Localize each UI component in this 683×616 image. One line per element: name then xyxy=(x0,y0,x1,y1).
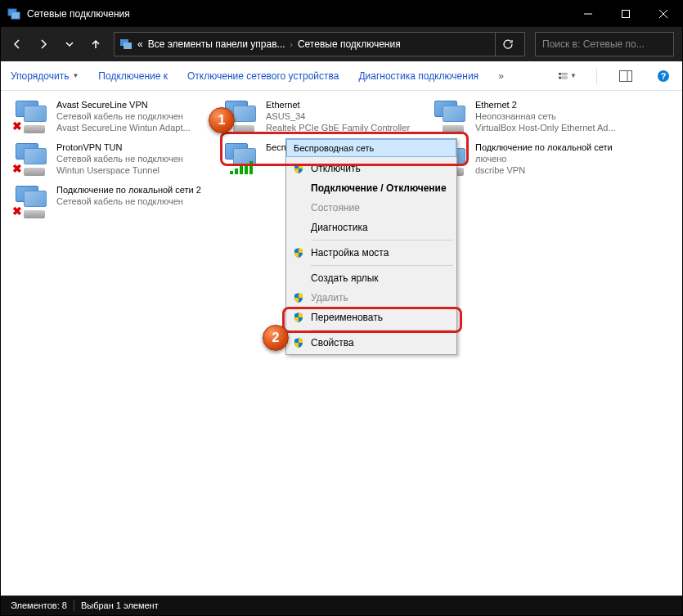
svg-rect-7 xyxy=(124,43,132,49)
network-adapter-icon xyxy=(431,99,470,135)
context-menu-item-label: Создать ярлык xyxy=(311,272,379,284)
svg-rect-8 xyxy=(559,72,561,74)
toolbar-overflow[interactable]: » xyxy=(498,70,504,82)
command-bar: Упорядочить▼ Подключение к Отключение се… xyxy=(1,61,682,91)
title-bar: Сетевые подключения xyxy=(1,1,682,27)
connection-status: ASUS_34 xyxy=(266,110,410,122)
network-adapter-icon: ✖ xyxy=(12,184,52,220)
status-bar: Элементов: 8 Выбран 1 элемент xyxy=(1,596,682,615)
connection-device: Wintun Userspace Tunnel xyxy=(56,164,183,176)
preview-pane-button[interactable] xyxy=(617,67,635,85)
svg-rect-1 xyxy=(11,12,20,19)
connection-item[interactable]: ✖Подключение по локальной сети 2Сетевой … xyxy=(11,182,220,225)
context-menu-item[interactable]: Создать ярлык xyxy=(288,268,455,288)
app-icon xyxy=(7,7,20,20)
context-menu-item-label: Отключить xyxy=(311,163,361,174)
connection-device: VirtualBox Host-Only Ethernet Ad... xyxy=(475,122,616,133)
context-menu-header: Беспроводная сеть xyxy=(286,139,456,157)
network-adapter-icon: ✖ xyxy=(12,142,52,178)
back-button[interactable] xyxy=(9,38,25,50)
close-button[interactable] xyxy=(645,1,682,27)
connection-item[interactable]: Подключение по локальной сетилюченоdscri… xyxy=(429,140,639,182)
svg-rect-9 xyxy=(562,72,568,73)
context-menu-item: Удалить xyxy=(288,288,455,308)
context-menu-item-label: Подключение / Отключение xyxy=(311,182,447,194)
context-menu-item-label: Удалить xyxy=(311,292,348,304)
window-title: Сетевые подключения xyxy=(27,8,569,20)
organize-label: Упорядочить xyxy=(11,70,69,82)
breadcrumb-seg-1[interactable]: Все элементы панели управ... xyxy=(148,38,285,50)
connection-name: ProtonVPN TUN xyxy=(56,142,183,153)
connection-device: Avast SecureLine Wintun Adapt... xyxy=(56,122,191,133)
context-menu-separator xyxy=(311,265,453,266)
context-menu-separator xyxy=(311,240,453,241)
connection-name: Подключение по локальной сети 2 xyxy=(56,184,201,196)
forward-button[interactable] xyxy=(35,38,52,50)
network-adapter-icon xyxy=(222,142,261,178)
svg-rect-13 xyxy=(562,78,568,79)
connection-name: Avast SecureLine VPN xyxy=(56,99,191,110)
up-button[interactable] xyxy=(88,38,104,50)
connection-item[interactable]: ✖Avast SecureLine VPNСетевой кабель не п… xyxy=(11,97,220,140)
disable-device-button[interactable]: Отключение сетевого устройства xyxy=(187,70,339,82)
context-menu-item[interactable]: Подключение / Отключение xyxy=(288,178,455,198)
location-icon xyxy=(119,38,133,51)
connect-label: Подключение к xyxy=(98,70,168,82)
context-menu-item[interactable]: Переименовать xyxy=(288,308,455,327)
refresh-button[interactable] xyxy=(495,32,519,56)
diagnose-button[interactable]: Диагностика подключения xyxy=(358,70,479,82)
organize-menu[interactable]: Упорядочить▼ xyxy=(11,70,79,82)
context-menu-item-label: Переименовать xyxy=(311,312,383,323)
navigation-bar: « Все элементы панели управ... › Сетевые… xyxy=(1,27,682,61)
connection-item[interactable]: Ethernet 2Неопознанная сетьVirtualBox Ho… xyxy=(429,97,639,140)
context-menu-item[interactable]: Настройка моста xyxy=(288,243,455,263)
connection-item[interactable]: ✖ProtonVPN TUNСетевой кабель не подключе… xyxy=(11,140,220,182)
context-menu-separator xyxy=(311,330,453,330)
svg-rect-12 xyxy=(562,76,568,77)
diagnose-label: Диагностика подключения xyxy=(358,70,479,82)
connection-name: Ethernet xyxy=(266,99,410,110)
connect-button[interactable]: Подключение к xyxy=(98,70,168,82)
connection-status: Сетевой кабель не подключен xyxy=(56,110,191,122)
context-menu-item[interactable]: Отключить xyxy=(288,159,455,178)
connection-name: Ethernet 2 xyxy=(475,99,616,110)
search-input[interactable]: Поиск в: Сетевые по... xyxy=(535,32,674,56)
context-menu-item: Состояние xyxy=(288,198,455,218)
connection-status: Сетевой кабель не подключен xyxy=(56,196,201,207)
breadcrumb-separator: › xyxy=(290,40,293,49)
maximize-button[interactable] xyxy=(607,1,645,27)
recent-button[interactable] xyxy=(61,40,78,48)
context-menu-item[interactable]: Свойства xyxy=(288,333,455,353)
svg-rect-3 xyxy=(622,11,630,18)
connection-item[interactable]: EthernetASUS_34Realtek PCIe GbE Family C… xyxy=(220,97,429,140)
disable-label: Отключение сетевого устройства xyxy=(187,70,339,82)
svg-rect-10 xyxy=(562,74,568,74)
help-button[interactable]: ? xyxy=(654,67,672,85)
svg-rect-14 xyxy=(620,70,632,81)
context-menu-item-label: Диагностика xyxy=(311,222,368,233)
annotation-badge-2: 2 xyxy=(263,325,289,351)
content-area: ✖Avast SecureLine VPNСетевой кабель не п… xyxy=(1,91,682,596)
breadcrumb-seg-2[interactable]: Сетевые подключения xyxy=(298,38,401,50)
connection-device: Realtek PCIe GbE Family Controller xyxy=(266,122,410,133)
svg-rect-11 xyxy=(559,76,561,79)
context-menu-item[interactable]: Диагностика xyxy=(288,218,455,237)
status-selected: Выбран 1 элемент xyxy=(81,600,159,610)
view-options-button[interactable]: ▼ xyxy=(559,67,577,85)
connection-device: dscribe VPN xyxy=(475,164,613,176)
svg-text:?: ? xyxy=(661,71,667,81)
connection-name: Подключение по локальной сети xyxy=(475,142,613,153)
connection-status: Сетевой кабель не подключен xyxy=(56,153,183,164)
breadcrumb-prefix: « xyxy=(137,38,143,50)
breadcrumb[interactable]: « Все элементы панели управ... › Сетевые… xyxy=(114,32,525,56)
connection-status: лючено xyxy=(475,153,613,164)
context-menu: Беспроводная сеть ОтключитьПодключение /… xyxy=(285,138,457,355)
status-item-count: Элементов: 8 xyxy=(11,600,67,610)
annotation-badge-1: 1 xyxy=(209,107,235,133)
context-menu-item-label: Состояние xyxy=(311,202,360,214)
context-menu-item-label: Настройка моста xyxy=(311,247,389,259)
connection-status: Неопознанная сеть xyxy=(475,110,616,122)
minimize-button[interactable] xyxy=(569,1,607,27)
network-adapter-icon: ✖ xyxy=(12,99,52,135)
context-menu-item-label: Свойства xyxy=(311,337,354,348)
